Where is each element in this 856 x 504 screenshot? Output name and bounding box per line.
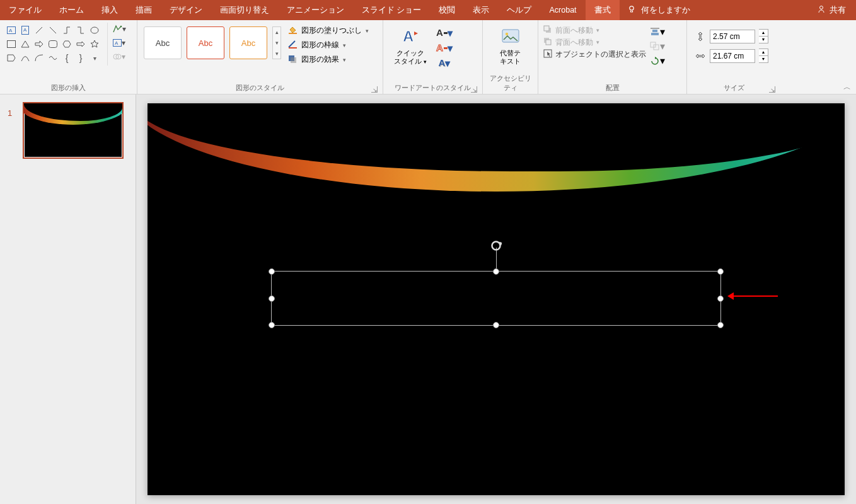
slide-canvas[interactable] [147,103,845,495]
shape-textbox-v-icon[interactable]: A [19,24,32,37]
shape-star-icon[interactable] [88,38,101,50]
svg-point-1 [820,6,823,9]
height-control: ▲▼ [695,29,768,43]
rotate-button[interactable]: ▾ [650,54,665,67]
group-arrange: 前面へ移動 ▾ 背面へ移動 ▾ オブジェクトの選択と表示 ▾ ▾ ▾ 配置 [538,20,687,94]
tab-slideshow[interactable]: スライド ショー [353,0,430,20]
textbox-button[interactable]: A▾ [110,37,128,49]
tab-insert[interactable]: 挿入 [93,0,127,20]
styles-dialog-launcher[interactable] [371,86,378,93]
shape-connector2-icon[interactable] [74,24,87,37]
height-input[interactable] [710,30,755,43]
shape-line-icon[interactable] [33,24,45,37]
text-fill-button[interactable]: A▾ [436,26,453,39]
tab-help[interactable]: ヘルプ [498,0,540,20]
shape-brace-r-icon[interactable]: } [74,52,87,64]
text-outline-button[interactable]: A▾ [436,42,453,54]
tab-format[interactable]: 書式 [586,0,620,20]
svg-rect-10 [49,41,57,48]
tab-transitions[interactable]: 画面切り替え [211,0,278,20]
effects-icon [287,54,298,65]
resize-handle-tr[interactable] [717,268,724,275]
group-label-shapes: 図形の挿入 [4,83,133,94]
shape-roundrect-icon[interactable] [47,38,59,50]
merge-shapes-button[interactable]: ▾ [110,50,128,63]
size-dialog-launcher[interactable] [769,86,775,93]
resize-handle-ml[interactable] [269,295,275,302]
collapse-ribbon-button[interactable]: ︿ [843,82,851,93]
shape-curve-icon[interactable] [19,52,32,64]
tab-view[interactable]: 表示 [464,0,498,20]
annotation-arrow-icon [730,295,778,297]
svg-point-0 [629,6,633,9]
svg-point-8 [91,27,98,33]
send-backward-button[interactable]: 背面へ移動 ▾ [543,37,646,47]
group-button[interactable]: ▾ [650,40,665,52]
shape-rect-icon[interactable] [5,38,18,50]
rotate-handle-icon[interactable] [490,240,502,251]
align-button[interactable]: ▾ [650,25,665,38]
shape-hexagon-icon[interactable] [61,38,73,50]
resize-handle-bm[interactable] [493,322,499,328]
shape-arrow-r-icon[interactable] [33,38,45,50]
slide-number: 1 [8,108,12,118]
selected-textbox[interactable] [271,271,721,326]
tab-design[interactable]: デザイン [161,0,211,20]
style-preset-3[interactable]: Abc [229,26,267,59]
height-spinner[interactable]: ▲▼ [759,29,768,43]
shape-arrow-r2-icon[interactable] [74,38,87,50]
width-icon [695,50,706,62]
shape-ellipse-icon[interactable] [88,24,101,37]
shape-wave-icon[interactable] [47,52,59,64]
shape-fill-button[interactable]: 図形の塗りつぶし ▾ [287,25,369,36]
selection-pane-button[interactable]: オブジェクトの選択と表示 [543,49,646,59]
shape-line2-icon[interactable] [47,24,59,37]
share-label: 共有 [830,5,846,16]
group-insert-shapes: A A [0,20,137,94]
text-effects-button[interactable]: A ▾ [436,57,453,69]
tab-review[interactable]: 校閲 [430,0,464,20]
style-presets-more[interactable]: ▴▾▾ [272,26,281,59]
shapes-more-icon[interactable]: ▾ [88,52,101,64]
shape-effects-button[interactable]: 図形の効果 ▾ [287,54,369,65]
slide-thumbnail-1[interactable] [23,102,124,159]
resize-handle-br[interactable] [717,322,724,328]
resize-handle-tl[interactable] [269,268,275,275]
tell-me-search[interactable] [620,5,807,16]
shape-textbox-icon[interactable]: A [5,24,18,37]
tab-acrobat[interactable]: Acrobat [540,0,585,20]
tab-draw[interactable]: 描画 [127,0,161,20]
shape-connector-icon[interactable] [61,24,73,37]
svg-line-6 [36,27,42,33]
tab-animations[interactable]: アニメーション [278,0,353,20]
height-icon [695,31,706,42]
bring-forward-button[interactable]: 前面へ移動 ▾ [543,25,646,35]
style-preset-2[interactable]: Abc [187,26,224,59]
alt-text-button[interactable]: 代替テキスト [490,23,531,69]
shape-arc-icon[interactable] [33,52,45,64]
shape-triangle-icon[interactable] [19,38,32,50]
tab-file[interactable]: ファイル [0,0,50,20]
alt-text-icon [500,26,521,47]
svg-point-22 [505,33,507,35]
shape-outline-button[interactable]: 図形の枠線 ▾ [287,40,369,50]
wordart-dialog-launcher[interactable] [471,86,477,93]
shape-pentagon-icon[interactable] [5,52,18,64]
shape-brace-l-icon[interactable]: { [61,52,73,64]
tell-me-input[interactable] [641,6,740,14]
svg-rect-17 [289,47,297,49]
shape-gallery[interactable]: A A [4,23,130,66]
resize-handle-mr[interactable] [717,295,724,302]
share-icon [817,5,826,16]
edit-shape-button[interactable]: ▾ [110,23,128,35]
menu-bar: ファイル ホーム 挿入 描画 デザイン 画面切り替え アニメーション スライド … [0,0,856,20]
bucket-icon [287,25,298,36]
width-input[interactable] [710,49,755,63]
share-button[interactable]: 共有 [807,0,856,20]
quick-styles-button[interactable]: A クイックスタイル ▾ [387,23,434,69]
style-preset-1[interactable]: Abc [144,26,182,59]
tab-home[interactable]: ホーム [50,0,93,20]
width-spinner[interactable]: ▲▼ [759,49,768,63]
resize-handle-tm[interactable] [493,268,499,275]
resize-handle-bl[interactable] [269,322,275,328]
